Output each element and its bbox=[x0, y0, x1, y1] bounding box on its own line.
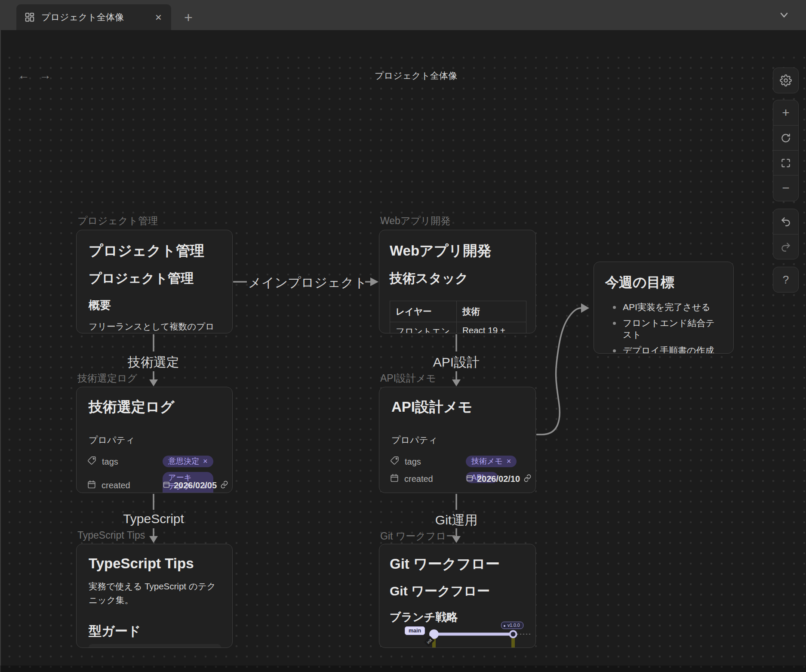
git-branch-badge: main bbox=[405, 626, 425, 635]
tag-icon bbox=[390, 456, 400, 468]
card-webapp-section: 技術スタック bbox=[390, 270, 525, 287]
edge-label-api-design[interactable]: API設計 bbox=[413, 354, 499, 371]
card-techlog-section: プロパティ bbox=[89, 434, 222, 446]
git-commit-release bbox=[510, 631, 517, 638]
link-icon[interactable] bbox=[523, 474, 532, 484]
card-gitflow[interactable]: Git ワークフロー Git ワークフロー ブランチ戦略 main v1.0.0… bbox=[379, 544, 536, 648]
tags-field-label: tags bbox=[405, 457, 421, 467]
card-gitflow-title: Git ワークフロー bbox=[390, 555, 525, 574]
calendar-icon bbox=[87, 480, 96, 491]
link-icon[interactable] bbox=[220, 481, 228, 491]
goal-item: フロントエンド結合テスト bbox=[613, 318, 722, 340]
edge-label-tech-select[interactable]: 技術選定 bbox=[111, 354, 197, 371]
calendar-icon bbox=[390, 473, 399, 485]
card-project-body: フリーランスとして複数のプロジェクトを同時に進行する場合、情報の bbox=[89, 320, 220, 333]
card-webapp[interactable]: Webアプリ開発 技術スタック レイヤー 技術 フロントエンド React 19… bbox=[379, 230, 536, 333]
git-tag-badge: v1.0.0 bbox=[501, 622, 523, 629]
node-label-webapp: Webアプリ開発 bbox=[380, 214, 451, 228]
remove-tag-icon[interactable]: × bbox=[507, 457, 511, 466]
git-graph: main v1.0.0 init bbox=[379, 621, 536, 648]
tag-icon bbox=[87, 456, 97, 468]
tag-pill[interactable]: 意思決定× bbox=[163, 456, 213, 467]
table-cell-react: React 19 + TypeScript bbox=[457, 322, 526, 334]
table-header-tech: 技術 bbox=[457, 301, 526, 322]
card-tstips-section: 型ガード bbox=[89, 623, 220, 640]
remove-tag-icon[interactable]: × bbox=[203, 457, 208, 466]
table-cell-frontend: フロントエンド bbox=[390, 322, 457, 334]
card-tstips-title: TypeScript Tips bbox=[89, 555, 220, 572]
card-techlog[interactable]: 技術選定ログ プロパティ tags 意思決定× アーキテクチャ× created bbox=[76, 387, 233, 493]
bullet-icon bbox=[613, 349, 616, 352]
card-apimemo-section: プロパティ bbox=[391, 434, 525, 446]
node-label-techlog: 技術選定ログ bbox=[77, 372, 137, 385]
bullet-icon bbox=[613, 306, 616, 309]
node-label-gitflow: Git ワークフロー bbox=[380, 530, 456, 543]
created-date-value: 2026/02/05 bbox=[174, 481, 217, 490]
bullet-icon bbox=[613, 322, 616, 325]
edge-label-main-project[interactable]: メインプロジェクト bbox=[248, 274, 363, 292]
tags-field-label: tags bbox=[102, 457, 118, 467]
node-label-tstips: TypeScript Tips bbox=[77, 530, 145, 541]
card-tstips[interactable]: TypeScript Tips 実務で使える TypeScript のテクニック… bbox=[76, 544, 233, 648]
card-apimemo[interactable]: API設計メモ プロパティ tags 技術メモ× API× created bbox=[379, 387, 536, 493]
created-field-label: created bbox=[404, 474, 433, 484]
calendar-small-icon bbox=[163, 481, 170, 490]
code-block bbox=[89, 644, 221, 648]
tag-pill[interactable]: 技術メモ× bbox=[466, 456, 517, 467]
card-goals-title: 今週の目標 bbox=[605, 273, 722, 292]
created-field-label: created bbox=[102, 481, 130, 490]
window-bottom-edge bbox=[0, 666, 806, 672]
created-date-value: 2026/02/10 bbox=[477, 474, 520, 484]
card-apimemo-title: API設計メモ bbox=[391, 398, 525, 417]
goal-item: デプロイ手順書の作成 bbox=[613, 345, 722, 354]
card-project-subtitle: プロジェクト管理 bbox=[89, 270, 220, 287]
node-label-apimemo: API設計メモ bbox=[380, 372, 436, 385]
card-project-section: 概要 bbox=[89, 298, 220, 313]
card-project[interactable]: プロジェクト管理 プロジェクト管理 概要 フリーランスとして複数のプロジェクトを… bbox=[76, 230, 233, 333]
tech-stack-table: レイヤー 技術 フロントエンド React 19 + TypeScript bbox=[390, 301, 526, 333]
goal-item: API実装を完了させる bbox=[613, 302, 722, 313]
card-goals[interactable]: 今週の目標 API実装を完了させる フロントエンド結合テスト デプロイ手順書の作… bbox=[594, 262, 734, 354]
card-tstips-body: 実務で使える TypeScript のテクニック集。 bbox=[89, 580, 220, 607]
edge-label-typescript[interactable]: TypeScript bbox=[111, 512, 197, 526]
card-gitflow-subtitle: Git ワークフロー bbox=[390, 583, 525, 600]
node-label-project: プロジェクト管理 bbox=[77, 214, 158, 228]
table-header-layer: レイヤー bbox=[390, 301, 457, 322]
edge-apimemo-to-goals[interactable] bbox=[536, 303, 589, 435]
calendar-small-icon bbox=[466, 474, 474, 484]
card-project-title: プロジェクト管理 bbox=[89, 241, 220, 261]
card-webapp-title: Webアプリ開発 bbox=[390, 241, 525, 261]
card-techlog-title: 技術選定ログ bbox=[89, 398, 222, 417]
edge-label-git-ops[interactable]: Git運用 bbox=[413, 512, 499, 529]
